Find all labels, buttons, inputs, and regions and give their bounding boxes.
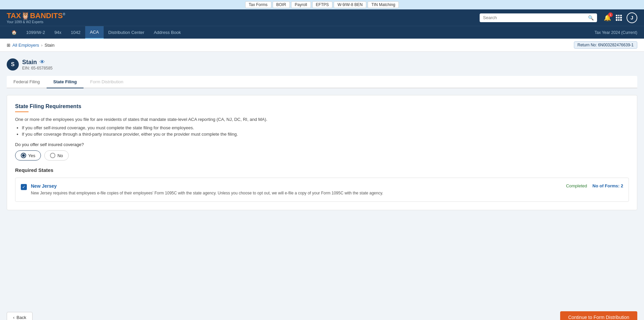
breadcrumb: ⊞ All Employers › Stain [7, 43, 54, 48]
grid-menu-button[interactable] [616, 15, 622, 21]
header-icons: 🔔 1 J [604, 12, 637, 23]
nav-aca[interactable]: ACA [85, 26, 104, 39]
radio-yes-dot [21, 153, 26, 158]
nj-status-completed: Completed [566, 183, 587, 188]
title-underline [15, 111, 29, 112]
nj-name: New Jersey [31, 183, 562, 189]
logo-sub: Your 1099 & W2 Experts [7, 20, 65, 24]
nav-distribution-center[interactable]: Distribution Center [104, 27, 149, 38]
nav-94x[interactable]: 94x [50, 27, 66, 38]
eye-icon[interactable]: 👁 [40, 59, 45, 65]
topbar-eftps[interactable]: EFTPS [312, 1, 333, 8]
topbar-w9[interactable]: W-9/W-8 BEN [334, 1, 366, 8]
company-avatar: S [7, 58, 19, 71]
breadcrumb-separator: › [41, 43, 42, 48]
logo-reg: ® [63, 12, 65, 16]
tax-year-label: Tax Year 2024 (Current) [595, 27, 637, 38]
notification-badge: 1 [608, 12, 613, 17]
search-box: 🔍 [480, 13, 597, 22]
search-icon: 🔍 [588, 15, 594, 20]
back-button[interactable]: ‹ Back [7, 312, 33, 320]
user-avatar-button[interactable]: J [627, 12, 637, 23]
tab-federal-filing[interactable]: Federal Filing [7, 76, 47, 88]
nav-address-book[interactable]: Address Book [149, 27, 185, 38]
company-ein: EIN: 65-6578585 [22, 66, 53, 71]
logo-tax: TAX [7, 11, 21, 20]
top-bar: Tax Forms BOIR Payroll EFTPS W-9/W-8 BEN… [0, 0, 644, 9]
bullet-1: If you offer self-insured coverage, you … [22, 125, 629, 130]
notification-bell-button[interactable]: 🔔 1 [604, 14, 611, 21]
breadcrumb-all-employers[interactable]: All Employers [12, 43, 39, 48]
state-filing-card: State Filing Requirements One or more of… [7, 95, 637, 210]
company-name: Stain [22, 59, 37, 66]
state-new-jersey: ✓ New Jersey New Jersey requires that em… [15, 178, 629, 202]
topbar-payroll[interactable]: Payroll [291, 1, 311, 8]
back-chevron-icon: ‹ [13, 315, 14, 320]
grid-icon [616, 15, 622, 21]
topbar-tin[interactable]: TIN Matching [368, 1, 399, 8]
logo-bandits: BANDITS [30, 11, 63, 20]
nav-home[interactable]: 🏠 [7, 27, 21, 38]
return-number: Return No: 6N003282476639-1 [574, 41, 637, 49]
nav-1042[interactable]: 1042 [66, 27, 85, 38]
radio-no-label: No [57, 153, 63, 158]
company-info: Stain 👁 EIN: 65-6578585 [22, 59, 53, 71]
bullet-2: If you offer coverage through a third-pa… [22, 132, 629, 137]
radio-group: Yes No [15, 150, 629, 161]
company-header: S Stain 👁 EIN: 65-6578585 [7, 58, 637, 71]
nj-checkbox[interactable]: ✓ [21, 184, 27, 190]
nav-1099w2[interactable]: 1099/W-2 [21, 27, 50, 38]
radio-no[interactable]: No [44, 150, 69, 161]
continue-button[interactable]: Continue to Form Distribution [560, 311, 637, 320]
radio-no-dot [50, 153, 55, 158]
radio-yes[interactable]: Yes [15, 150, 41, 161]
main-content: S Stain 👁 EIN: 65-6578585 Federal Filing… [0, 52, 644, 305]
nj-content: New Jersey New Jersey requires that empl… [31, 183, 562, 196]
header: TAX🦉BANDITS® Your 1099 & W2 Experts 🔍 🔔 … [0, 9, 644, 26]
state-filing-title: State Filing Requirements [15, 103, 629, 109]
breadcrumb-bar: ⊞ All Employers › Stain Return No: 6N003… [0, 39, 644, 52]
self-insured-question: Do you offer self insured coverage? [15, 142, 629, 147]
radio-yes-label: Yes [28, 153, 35, 158]
footer-buttons: ‹ Back Continue to Form Distribution [0, 305, 644, 320]
tab-form-distribution: Form Distribution [84, 76, 130, 88]
topbar-taxforms[interactable]: Tax Forms [245, 1, 271, 8]
nj-description: New Jersey requires that employees e-fil… [31, 190, 562, 196]
breadcrumb-current: Stain [45, 43, 55, 48]
topbar-boir[interactable]: BOIR [273, 1, 290, 8]
back-label: Back [16, 315, 26, 320]
tab-state-filing[interactable]: State Filing [47, 76, 84, 88]
tabs: Federal Filing State Filing Form Distrib… [7, 76, 637, 88]
nav-bar: 🏠 1099/W-2 94x 1042 ACA Distribution Cen… [0, 26, 644, 39]
breadcrumb-employers-icon: ⊞ [7, 43, 10, 48]
state-filing-bullets: If you offer self-insured coverage, you … [22, 125, 629, 137]
nj-forms-count: No of Forms: 2 [592, 183, 623, 188]
state-filing-description: One or more of the employees you file fo… [15, 117, 629, 122]
logo[interactable]: TAX🦉BANDITS® Your 1099 & W2 Experts [7, 11, 65, 24]
search-input[interactable] [483, 15, 586, 20]
logo-text: TAX🦉BANDITS® [7, 11, 65, 20]
required-states-title: Required States [15, 167, 629, 173]
nj-status: Completed No of Forms: 2 [566, 183, 623, 188]
